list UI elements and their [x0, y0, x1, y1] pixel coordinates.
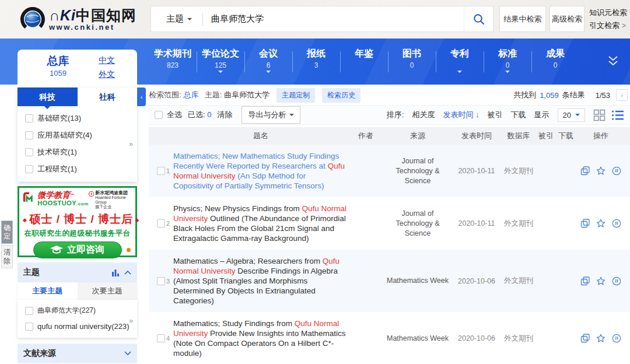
- advanced-search-button[interactable]: 高级检索: [550, 6, 584, 32]
- facet-checkbox-item[interactable]: 应用基础研究(4): [25, 130, 137, 141]
- subject-facet-card: 科技 社科 ‹ » 基础研究(13) 应用基础研究(4) 技术研究(1) 工程研…: [18, 88, 137, 182]
- result-title-link[interactable]: Mathematics – Algebra; Researchers from …: [173, 256, 348, 306]
- sort-option[interactable]: 相关度: [412, 110, 435, 120]
- favorite-button[interactable]: [596, 219, 606, 228]
- topic-section: 主题 主要主题 次要主题 » 曲阜师范大学(227) qufu normal u…: [18, 262, 137, 338]
- search-button[interactable]: [464, 6, 493, 32]
- row-checkbox[interactable]: [157, 277, 165, 285]
- nav-item-label: 成果: [531, 48, 579, 59]
- favorite-button[interactable]: [596, 276, 606, 286]
- results-main: 检索范围: 总库 主题: 曲阜师范大学 主题定制 检索历史 共找到 1,059 …: [149, 88, 630, 364]
- nav-database-item[interactable]: 报纸 3: [292, 38, 340, 85]
- confirm-button[interactable]: 确定: [1, 220, 13, 244]
- read-online-button[interactable]: [580, 219, 590, 228]
- checkbox[interactable]: [25, 323, 33, 331]
- result-title-link[interactable]: Mathematics; New Mathematics Study Findi…: [173, 151, 348, 191]
- search-history-chip[interactable]: 检索历史: [322, 88, 360, 103]
- nav-database-item[interactable]: 专利: [436, 38, 484, 85]
- ad-cta-button[interactable]: 立即咨询: [33, 242, 122, 258]
- column-header: 下载: [556, 131, 576, 141]
- result-source: Journal of Technology & Science: [383, 156, 452, 186]
- bar-chart-icon[interactable]: [111, 269, 120, 276]
- lang-chinese-link[interactable]: 中文: [99, 53, 137, 67]
- facet-checkbox-item[interactable]: 基础研究(13): [25, 113, 137, 124]
- row-checkbox[interactable]: [157, 334, 165, 342]
- search-input[interactable]: [203, 14, 464, 24]
- select-all-control[interactable]: 全选: [155, 110, 182, 120]
- sort-option[interactable]: 下载: [511, 110, 526, 120]
- nav-item-label: 专利: [436, 48, 484, 59]
- cite-button[interactable]: [612, 219, 621, 228]
- nav-database-item[interactable]: 学位论文 125: [197, 38, 244, 85]
- nav-database-item[interactable]: 会议 6: [244, 38, 292, 85]
- cite-button[interactable]: [612, 166, 621, 176]
- nav-database-item[interactable]: 学术期刊 823: [149, 38, 197, 85]
- facet-checkbox-item[interactable]: 曲阜师范大学(227): [25, 306, 137, 316]
- tab-secondary-topic[interactable]: 次要主题: [78, 282, 138, 300]
- header-links: 知识元检索> 引文检索>: [589, 6, 630, 32]
- checkbox[interactable]: [25, 131, 33, 139]
- row-checkbox[interactable]: [157, 219, 165, 228]
- result-title-link[interactable]: Physics; New Physics Findings from Qufu …: [173, 204, 348, 243]
- read-online-button[interactable]: [580, 276, 590, 286]
- lang-foreign-link[interactable]: 外文: [99, 67, 137, 81]
- nav-database-item[interactable]: 年鉴: [340, 38, 388, 85]
- facet-checkbox-item[interactable]: 工程研究(1): [25, 164, 137, 174]
- result-database: 外文期刊: [501, 166, 536, 176]
- facet-checkbox-item[interactable]: qufu normal university(223): [25, 322, 137, 331]
- checkbox[interactable]: [25, 307, 33, 315]
- sidebar-collapse-handle[interactable]: ‹: [137, 88, 146, 106]
- favorite-button[interactable]: [596, 334, 606, 343]
- total-library-card[interactable]: 总库 1059 中文 外文: [18, 50, 137, 85]
- quote-icon: [612, 219, 621, 228]
- cite-button[interactable]: [612, 276, 621, 286]
- sort-option[interactable]: 被引: [488, 110, 503, 120]
- favorite-button[interactable]: [596, 166, 606, 176]
- checkbox[interactable]: [25, 148, 33, 156]
- sort-option[interactable]: 发表时间 ↓: [443, 110, 479, 120]
- column-header: 题名: [173, 131, 348, 141]
- nav-database-item[interactable]: 标准 0: [484, 38, 531, 85]
- grid-view-button[interactable]: [593, 109, 606, 121]
- result-title-link[interactable]: Mathematics; Study Findings from Qufu No…: [173, 318, 348, 358]
- tab-social-science[interactable]: 社科: [78, 88, 138, 106]
- clear-button[interactable]: 清除: [1, 245, 13, 268]
- arrow-right-icon: >: [622, 22, 626, 30]
- read-online-button[interactable]: [580, 166, 590, 176]
- read-online-button[interactable]: [580, 334, 590, 343]
- ad-subline: 在职研究生的超级秘书服务平台: [23, 229, 132, 239]
- nav-database-item[interactable]: 图书 0: [388, 38, 436, 85]
- export-analyze-button[interactable]: 导出与分析: [242, 106, 300, 124]
- knowledge-element-search-link[interactable]: 知识元检索>: [589, 6, 630, 19]
- checkbox[interactable]: [25, 114, 33, 123]
- result-database: 外文期刊: [501, 276, 536, 286]
- checkbox[interactable]: [25, 165, 33, 173]
- next-page-button[interactable]: ›: [616, 89, 628, 101]
- citation-search-link[interactable]: 引文检索>: [589, 19, 630, 32]
- cite-button[interactable]: [612, 334, 621, 343]
- chevron-up-icon[interactable]: [124, 270, 131, 275]
- grid-icon: [593, 109, 606, 121]
- topic-custom-chip[interactable]: 主题定制: [276, 88, 315, 103]
- tab-main-topic[interactable]: 主要主题: [18, 282, 78, 300]
- topic-section-header[interactable]: 主题: [18, 262, 137, 282]
- expand-more-icon[interactable]: »: [129, 140, 133, 148]
- nav-more-chevron-icon[interactable]: [606, 54, 621, 70]
- row-checkbox[interactable]: [157, 167, 165, 175]
- facet-checkbox-item[interactable]: 技术研究(1): [25, 147, 137, 158]
- page-size-select[interactable]: 20: [558, 108, 585, 122]
- select-all-checkbox[interactable]: [155, 111, 163, 119]
- result-source: Journal of Technology & Science: [383, 209, 452, 239]
- result-info-bar: 检索范围: 总库 主题: 曲阜师范大学 主题定制 检索历史 共找到 1,059 …: [149, 88, 630, 103]
- scope-value-link[interactable]: 总库: [184, 90, 199, 100]
- ad-banner[interactable]: 微学教育™ HOOSTUOY.com 新水坭鸿途集团 Hoanted Fortu…: [18, 186, 137, 257]
- row-number: 1: [166, 167, 170, 174]
- source-section-header[interactable]: 文献来源: [18, 344, 137, 363]
- tab-science[interactable]: 科技: [18, 88, 78, 106]
- expand-more-icon[interactable]: »: [129, 317, 133, 325]
- search-field-select[interactable]: 主题: [151, 13, 202, 24]
- list-view-button[interactable]: [611, 109, 624, 121]
- clear-selection-button[interactable]: 清除: [217, 110, 232, 120]
- search-in-results-button[interactable]: 结果中检索: [499, 6, 546, 32]
- nav-database-item[interactable]: 成果 0: [531, 38, 579, 85]
